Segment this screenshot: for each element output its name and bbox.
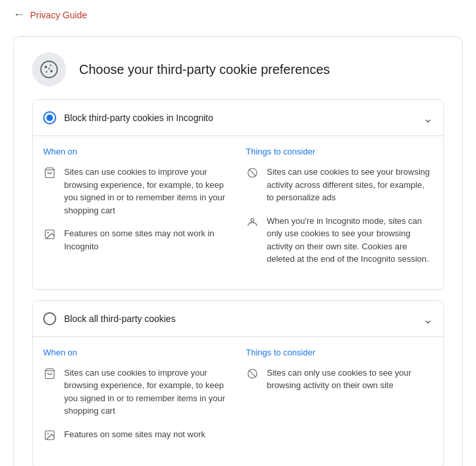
option2-consider-text-1: Sites can only use cookies to see your b… <box>267 367 433 392</box>
cart-icon-2 <box>43 368 56 382</box>
svg-point-4 <box>46 71 48 73</box>
option2-consider-item-1: Sites can only use cookies to see your b… <box>246 367 433 392</box>
back-arrow-icon[interactable]: ← <box>13 8 25 22</box>
cart-icon-1 <box>43 167 56 181</box>
option2-when-item-1: Sites can use cookies to improve your br… <box>43 367 230 418</box>
svg-point-2 <box>50 65 52 67</box>
option2-when-on-col: When on Sites can use cookies to improve… <box>43 337 230 454</box>
card-header: Choose your third-party cookie preferenc… <box>14 37 462 99</box>
option2-consider-col: Things to consider Sites can only use co… <box>246 337 433 454</box>
svg-point-3 <box>50 70 53 73</box>
option1-content: When on Sites can use cookies to improve… <box>33 135 443 289</box>
option2-when-on-title: When on <box>43 348 230 357</box>
svg-point-8 <box>47 232 48 233</box>
option1-when-item-2: Features on some sites may not work in I… <box>43 227 230 253</box>
option1-section: Block third-party cookies in Incognito ⌃… <box>32 99 444 290</box>
option2-when-text-1: Sites can use cookies to improve your br… <box>64 367 230 418</box>
svg-point-11 <box>251 218 254 221</box>
option1-header[interactable]: Block third-party cookies in Incognito ⌃ <box>33 100 443 135</box>
option1-consider-col: Things to consider Sites can use cookies… <box>246 136 433 276</box>
block-icon-1 <box>246 167 259 181</box>
option1-when-text-2: Features on some sites may not work in I… <box>64 227 230 253</box>
option2-consider-title: Things to consider <box>246 348 433 357</box>
block-icon-2 <box>246 368 259 382</box>
option1-header-left: Block third-party cookies in Incognito <box>43 111 213 124</box>
main-card: Choose your third-party cookie preferenc… <box>13 36 463 466</box>
option1-label: Block third-party cookies in Incognito <box>64 113 213 123</box>
option1-chevron-icon[interactable]: ⌃ <box>423 111 433 125</box>
option1-radio[interactable] <box>43 111 56 124</box>
svg-point-16 <box>47 433 48 434</box>
option2-chevron-icon[interactable]: ⌃ <box>423 312 433 326</box>
option2-label: Block all third-party cookies <box>64 314 175 324</box>
svg-line-10 <box>249 170 256 177</box>
option1-consider-text-1: Sites can use cookies to see your browsi… <box>267 166 433 204</box>
option1-consider-text-2: When you're in Incognito mode, sites can… <box>267 215 433 266</box>
incognito-icon-1 <box>246 216 259 230</box>
image-icon-1 <box>43 228 56 243</box>
card-body: Block third-party cookies in Incognito ⌃… <box>14 99 462 466</box>
svg-line-18 <box>249 370 256 377</box>
option1-consider-item-2: When you're in Incognito mode, sites can… <box>246 215 433 266</box>
option1-consider-title: Things to consider <box>246 147 433 156</box>
option2-radio[interactable] <box>43 312 56 325</box>
svg-rect-13 <box>253 222 255 223</box>
option1-when-text-1: Sites can use cookies to improve your br… <box>64 166 230 217</box>
option2-content: When on Sites can use cookies to improve… <box>33 336 443 467</box>
svg-rect-12 <box>250 222 252 223</box>
page-title: Privacy Guide <box>30 10 87 20</box>
option1-when-on-col: When on Sites can use cookies to improve… <box>43 136 230 276</box>
cookie-icon <box>39 60 59 79</box>
option2-header-left: Block all third-party cookies <box>43 312 175 325</box>
option2-when-item-2: Features on some sites may not work <box>43 428 230 444</box>
cookie-icon-circle <box>32 52 66 86</box>
option2-when-text-2: Features on some sites may not work <box>64 428 205 441</box>
option1-consider-item-1: Sites can use cookies to see your browsi… <box>246 166 433 204</box>
option1-when-item-1: Sites can use cookies to improve your br… <box>43 166 230 217</box>
svg-point-5 <box>48 68 50 70</box>
option2-header[interactable]: Block all third-party cookies ⌃ <box>33 301 443 336</box>
option2-section: Block all third-party cookies ⌃ When on … <box>32 300 444 467</box>
option1-when-on-title: When on <box>43 147 230 156</box>
top-bar: ← Privacy Guide <box>0 0 476 29</box>
image-icon-2 <box>43 429 56 444</box>
card-heading: Choose your third-party cookie preferenc… <box>79 62 330 77</box>
svg-point-1 <box>44 65 47 68</box>
